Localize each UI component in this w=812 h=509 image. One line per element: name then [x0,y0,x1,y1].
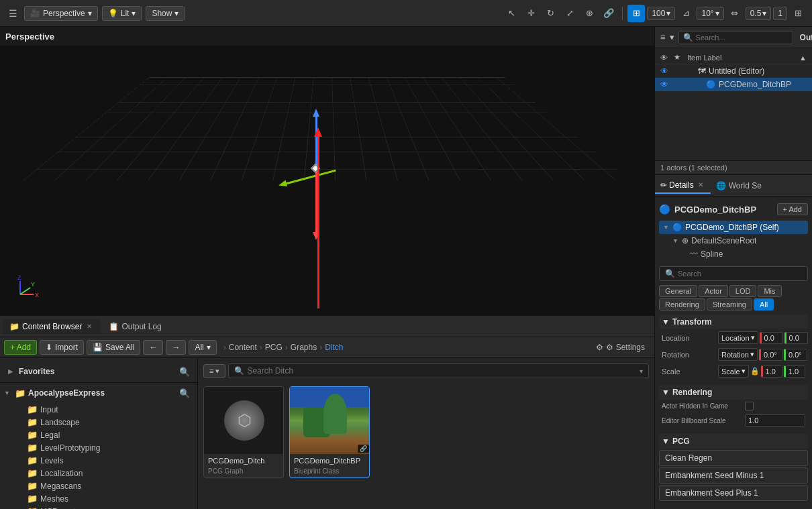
perspective-button[interactable]: 🎥 Perspective ▾ [24,6,98,21]
rotation-y-input[interactable] [784,349,807,361]
pcg-clean-regen-button[interactable]: Clean Regen [659,450,808,466]
rendering-section-header[interactable]: ▼ Rendering [659,385,808,400]
path-content[interactable]: Content [229,343,257,352]
import-button[interactable]: ⬇ Import [40,340,84,355]
scale-x-input[interactable] [761,365,782,378]
grid-display-button[interactable]: ⊞ [627,5,645,22]
add-component-button[interactable]: + Add [777,203,808,215]
content-browser-close[interactable]: ✕ [85,322,94,331]
filter-actor[interactable]: Actor [699,285,728,297]
tree-search-icon[interactable]: 🔍 [176,384,193,402]
tree-item-megascans[interactable]: 📁 Megascans [0,479,197,492]
select-tool-button[interactable]: ↖ [503,5,520,22]
filter-misc[interactable]: Mis [758,285,781,297]
location-select[interactable]: Location ▾ [718,331,758,344]
component-spline[interactable]: 〰 Spline [659,247,808,261]
save-all-button[interactable]: 💾 Save All [87,340,140,355]
translate-tool-button[interactable]: ✛ [522,5,540,22]
settings-button[interactable]: ⚙ ⚙ Settings [591,341,650,354]
scale-select[interactable]: Scale ▾ [718,365,749,378]
tree-item-mspresets[interactable]: 📁 MSPresets [0,505,197,509]
lock-icon[interactable]: 🔒 [750,367,760,376]
outliner-item-untitled[interactable]: 👁 🗺 Untitled (Editor) [655,64,812,78]
rotate-tool-button[interactable]: ↻ [542,5,559,22]
billboard-scale-input[interactable] [745,414,805,427]
tab-output-log[interactable]: 📋 Output Log [102,319,168,334]
scale-icon[interactable]: ⇔ [726,5,744,22]
rendering-label: Rendering [672,388,712,397]
snap-tool-button[interactable]: 🔗 [600,5,617,22]
path-sep-0: › [223,343,226,352]
show-button[interactable]: Show ▾ [146,6,185,21]
scale-button[interactable]: 0.5 ▾ [746,7,772,20]
rotation-x-input[interactable] [759,349,782,361]
angle-icon[interactable]: ⊿ [677,5,695,22]
angle-value: 10° [701,9,713,18]
cb-search-input[interactable] [247,366,640,376]
search-dropdown-arrow[interactable]: ▾ [640,367,643,375]
scale-y-input[interactable] [784,365,805,378]
tree-item-levels[interactable]: 📁 Levels [0,454,197,467]
location-y-input[interactable] [784,332,808,344]
world-settings-tab[interactable]: 🌐 World Se [711,178,767,193]
pcg-embankment-minus-button[interactable]: Embankment Seed Minus 1 [659,467,808,484]
asset-pcgdemo-ditchbp[interactable]: 🔗 PCGDemo_DitchBP Blueprint Class [289,386,370,478]
back-button[interactable]: ← [143,340,163,355]
tree-root[interactable]: ▼ 📁 ApocalypseExpress 🔍 [0,383,197,403]
filters-button[interactable]: ≡ ▾ [203,364,225,378]
location-x-input[interactable] [760,332,783,344]
tree-item-input[interactable]: 📁 Input [0,403,197,416]
eye-icon-untitled[interactable]: 👁 [660,66,668,76]
asset-pcgdemo-ditch[interactable]: ⬡ PCGDemo_Ditch PCG Graph [203,386,284,478]
path-pcg[interactable]: PCG [265,343,283,352]
filter-streaming[interactable]: Streaming [707,298,752,310]
component-defaultsceneroot[interactable]: ▼ ⊕ DefaultSceneRoot [659,234,808,247]
sort-icon[interactable]: ▲ [799,54,807,62]
actor-hidden-checkbox[interactable] [745,402,754,410]
pcg-section-header[interactable]: ▼ PCG [659,434,808,449]
angle-button[interactable]: 10° ▾ [697,7,723,20]
scale-value: 0.5 [750,9,762,18]
path-ditch[interactable]: Ditch [325,343,343,352]
tab-content-browser[interactable]: 📁 Content Browser ✕ [3,319,101,334]
component-self[interactable]: ▼ 🔵 PCGDemo_DitchBP (Self) [659,221,808,234]
camera-button[interactable]: 1 [773,7,787,20]
transform-section-header[interactable]: ▼ Transform [659,315,808,329]
tree-item-levelprototyping[interactable]: 📁 LevelPrototyping [0,441,197,454]
rotation-select[interactable]: Rotation ▾ [718,348,758,361]
viewport[interactable]: X Z Y Perspective [0,27,654,315]
filter-general[interactable]: General [659,285,697,297]
grid-value-button[interactable]: 100 ▾ [647,7,675,20]
detail-search-input[interactable] [678,270,802,278]
path-graphs[interactable]: Graphs [291,343,317,352]
bottom-tabs: 📁 Content Browser ✕ 📋 Output Log [0,316,654,337]
outliner-search-input[interactable] [696,34,789,42]
transform-tool-button[interactable]: ⊛ [580,5,598,22]
filter-all[interactable]: All [754,298,774,310]
favorites-section[interactable]: ▶ Favorites [4,365,58,378]
outliner-filter-icon[interactable]: ≡ [660,29,666,46]
filter-lod[interactable]: LOD [729,285,757,297]
all-button[interactable]: All ▾ [189,340,216,355]
menu-icon[interactable]: ☰ [5,6,20,21]
tree-item-legal[interactable]: 📁 Legal [0,429,197,441]
favorites-search-icon[interactable]: 🔍 [176,363,193,380]
tree-item-localization[interactable]: 📁 Localization [0,467,197,479]
tree-item-landscape[interactable]: 📁 Landscape [0,416,197,429]
path-sep-1: › [260,343,262,352]
asset-type-badge: 🔗 [358,445,369,453]
layout-button[interactable]: ⊞ [789,5,807,22]
add-button[interactable]: + Add [4,340,37,355]
forward-button[interactable]: → [166,340,186,355]
filter-rendering[interactable]: Rendering [659,298,705,310]
details-tab[interactable]: ✏ Details ✕ [655,178,711,194]
outliner-settings-icon[interactable]: ▾ [670,29,674,46]
scale-tool-button[interactable]: ⤢ [561,5,578,22]
asset-thumb-pcgdemo-ditch: ⬡ [204,387,284,454]
tree-item-meshes[interactable]: 📁 Meshes [0,492,197,505]
eye-icon-pcgdemo[interactable]: 👁 [660,80,668,89]
pcg-embankment-plus-button[interactable]: Embankment Seed Plus 1 [659,485,808,501]
outliner-item-pcgdemo[interactable]: 👁 🔵 PCGDemo_DitchBP [655,78,812,91]
details-tab-close[interactable]: ✕ [696,180,705,190]
lit-button[interactable]: 💡 Lit ▾ [102,6,142,21]
